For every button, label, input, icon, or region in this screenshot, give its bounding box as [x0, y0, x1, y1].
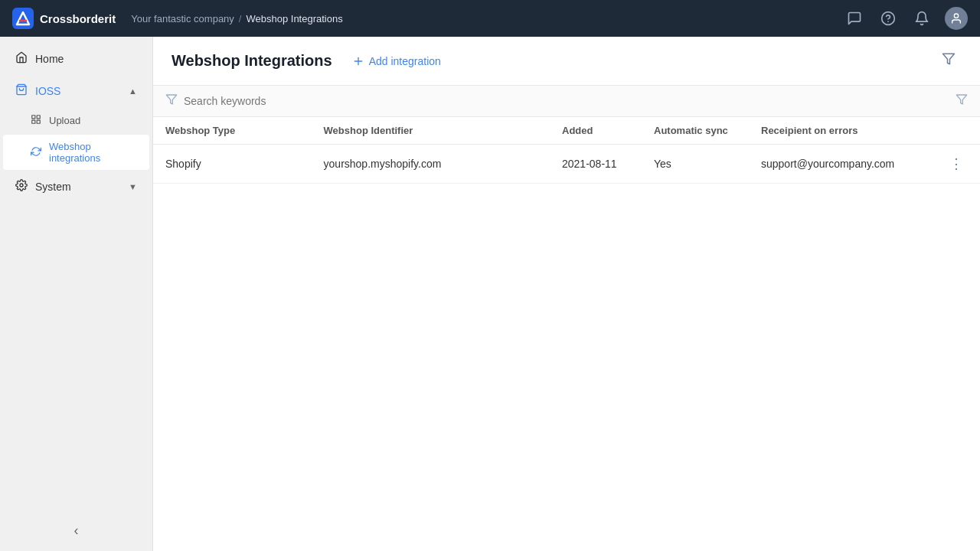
svg-point-5: [954, 14, 958, 18]
content-area: Webshop Integrations Add integration: [153, 37, 980, 551]
cell-row-actions: ⋮: [933, 145, 980, 184]
ioss-icon: [15, 83, 28, 99]
breadcrumb-company: Your fantastic company: [131, 13, 234, 24]
svg-rect-0: [12, 8, 34, 29]
sidebar-item-system[interactable]: System ▼: [3, 171, 149, 202]
upload-icon: [31, 114, 41, 127]
search-filter-icon[interactable]: [956, 93, 968, 109]
svg-marker-14: [943, 54, 955, 64]
cell-webshop-identifier: yourshop.myshopify.com: [312, 145, 550, 184]
col-added: Added: [550, 117, 642, 145]
home-label: Home: [35, 53, 137, 65]
sidebar-collapse-btn[interactable]: ‹: [74, 523, 79, 539]
header-filter-btn[interactable]: [936, 49, 962, 73]
page-title: Webshop Integrations: [172, 52, 332, 70]
svg-marker-15: [166, 95, 176, 104]
help-icon: [880, 11, 896, 26]
cell-added: 2021-08-11: [550, 145, 642, 184]
app-logo[interactable]: Crossborderit: [12, 8, 116, 29]
svg-rect-10: [37, 120, 40, 123]
table-header-row: Webshop Type Webshop Identifier Added Au…: [153, 117, 980, 145]
page-header: Webshop Integrations Add integration: [153, 37, 980, 86]
notification-icon-btn[interactable]: [911, 8, 933, 29]
search-input[interactable]: [184, 95, 949, 107]
sidebar-sub-item-upload[interactable]: Upload: [3, 108, 149, 133]
sidebar-sub-item-webshop[interactable]: Webshop integrations: [3, 135, 149, 170]
ioss-chevron-icon: ▲: [129, 86, 137, 96]
svg-rect-9: [32, 120, 35, 123]
col-auto-sync: Automatic sync: [642, 117, 749, 145]
cell-recipient: support@yourcompany.com: [749, 145, 933, 184]
sync-icon: [31, 146, 41, 159]
topbar: Crossborderit Your fantastic company / W…: [0, 0, 980, 37]
sidebar: Home IOSS ▲ Upload: [0, 37, 153, 551]
filter-icon: [942, 52, 956, 66]
table-row: Shopify yourshop.myshopify.com 2021-08-1…: [153, 145, 980, 184]
breadcrumb-separator: /: [239, 13, 242, 24]
col-webshop-identifier: Webshop Identifier: [312, 117, 550, 145]
svg-rect-8: [37, 116, 40, 119]
add-integration-btn[interactable]: Add integration: [345, 51, 449, 72]
app-name: Crossborderit: [40, 12, 116, 25]
ioss-label: IOSS: [35, 85, 121, 97]
sidebar-item-home[interactable]: Home: [3, 44, 149, 74]
system-icon: [15, 179, 28, 194]
notification-icon: [914, 11, 929, 26]
table-wrap: Webshop Type Webshop Identifier Added Au…: [153, 117, 980, 551]
cell-webshop-type: Shopify: [153, 145, 312, 184]
main-layout: Home IOSS ▲ Upload: [0, 37, 980, 551]
system-chevron-icon: ▼: [129, 182, 137, 191]
add-integration-label: Add integration: [369, 55, 441, 67]
plus-icon: [352, 55, 364, 67]
col-webshop-type: Webshop Type: [153, 117, 312, 145]
cell-auto-sync: Yes: [642, 145, 749, 184]
svg-point-11: [20, 184, 23, 187]
topbar-icons: [844, 7, 968, 30]
row-actions-btn[interactable]: ⋮: [945, 154, 968, 174]
breadcrumb-current: Webshop Integrations: [246, 13, 342, 24]
upload-label: Upload: [49, 115, 80, 126]
user-avatar-btn[interactable]: [945, 7, 968, 30]
help-icon-btn[interactable]: [877, 8, 899, 29]
svg-marker-16: [956, 95, 966, 104]
integrations-table: Webshop Type Webshop Identifier Added Au…: [153, 117, 980, 184]
message-icon-btn[interactable]: [844, 8, 865, 29]
search-icon: [165, 93, 178, 109]
logo-icon: [12, 8, 34, 29]
message-icon: [847, 11, 862, 26]
sidebar-item-ioss[interactable]: IOSS ▲: [3, 76, 149, 106]
webshop-label: Webshop integrations: [49, 141, 137, 164]
system-label: System: [35, 181, 121, 193]
svg-rect-7: [32, 116, 35, 119]
col-actions: [933, 117, 980, 145]
search-bar: [153, 86, 980, 117]
home-icon: [15, 51, 28, 67]
user-icon: [950, 12, 962, 24]
col-recipient: Receipient on errors: [749, 117, 933, 145]
breadcrumb: Your fantastic company / Webshop Integra…: [131, 13, 343, 24]
